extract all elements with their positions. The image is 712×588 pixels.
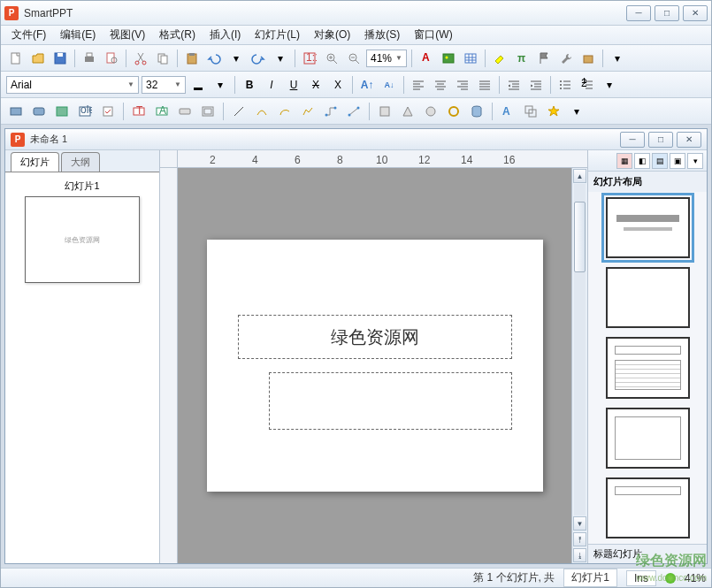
menu-view[interactable]: 视图(V) bbox=[104, 26, 150, 44]
curve-icon[interactable] bbox=[252, 102, 272, 121]
undo-icon[interactable] bbox=[204, 49, 224, 68]
shape-checkbox-icon[interactable] bbox=[98, 102, 118, 121]
connector2-icon[interactable] bbox=[344, 102, 364, 121]
title-placeholder[interactable]: 绿色资源网 bbox=[238, 315, 512, 359]
zoom-out-icon[interactable] bbox=[344, 49, 364, 68]
menu-play[interactable]: 播放(S) bbox=[359, 26, 405, 44]
layout-title-content[interactable] bbox=[606, 337, 690, 398]
cut-icon[interactable] bbox=[131, 49, 150, 68]
subtitle-placeholder[interactable] bbox=[269, 372, 512, 430]
slide[interactable]: 绿色资源网 bbox=[207, 240, 543, 492]
shape-ring-icon[interactable] bbox=[444, 102, 463, 121]
dropdown-more-icon[interactable]: ▾ bbox=[608, 49, 627, 68]
shape-label-icon[interactable]: A bbox=[152, 102, 172, 121]
doc-maximize-button[interactable]: □ bbox=[648, 132, 673, 148]
shape-dropdown-icon[interactable]: ▾ bbox=[567, 102, 586, 121]
font-color-dropdown-icon[interactable] bbox=[188, 75, 208, 95]
zoom-in-icon[interactable] bbox=[322, 49, 341, 68]
rp-tab-1[interactable]: ▦ bbox=[616, 153, 632, 169]
shadow-icon[interactable]: X bbox=[328, 75, 348, 95]
fontsize-combo[interactable]: 32▼ bbox=[142, 76, 186, 94]
text-color-icon[interactable]: A bbox=[417, 49, 436, 68]
zoom-fit-icon[interactable]: 1:1 bbox=[300, 49, 319, 68]
layout-5[interactable] bbox=[606, 477, 690, 538]
shape-cylinder-icon[interactable] bbox=[467, 102, 486, 121]
menu-window[interactable]: 窗口(W) bbox=[409, 26, 457, 44]
slide-thumbnail-1[interactable]: 绿色资源网 bbox=[25, 196, 140, 283]
shape-image-icon[interactable] bbox=[52, 102, 72, 121]
undo-dropdown-icon[interactable]: ▾ bbox=[226, 49, 246, 68]
redo-dropdown-icon[interactable]: ▾ bbox=[271, 49, 290, 68]
shape-rounded-icon[interactable] bbox=[29, 102, 49, 121]
paste-icon[interactable] bbox=[182, 49, 202, 68]
shape-frame-icon[interactable] bbox=[198, 102, 218, 121]
menu-insert[interactable]: 插入(I) bbox=[204, 26, 246, 44]
vertical-ruler[interactable] bbox=[160, 168, 178, 563]
open-icon[interactable] bbox=[28, 49, 48, 68]
insert-table-icon[interactable] bbox=[461, 49, 480, 68]
bullets-icon[interactable] bbox=[555, 75, 575, 95]
connector-icon[interactable] bbox=[321, 102, 341, 121]
close-button[interactable]: ✕ bbox=[683, 5, 708, 21]
pi-icon[interactable]: π bbox=[512, 49, 532, 68]
align-center-icon[interactable] bbox=[431, 75, 450, 95]
print-icon[interactable] bbox=[80, 49, 99, 68]
rp-tab-4[interactable]: ▣ bbox=[670, 153, 685, 169]
menu-slide[interactable]: 幻灯片(L) bbox=[249, 26, 305, 44]
strikethrough-icon[interactable]: X bbox=[306, 75, 325, 95]
group-icon[interactable] bbox=[521, 102, 540, 121]
new-icon[interactable] bbox=[6, 49, 26, 68]
menu-edit[interactable]: 编辑(E) bbox=[55, 26, 101, 44]
insert-image-icon[interactable] bbox=[439, 49, 458, 68]
freeform-icon[interactable] bbox=[298, 102, 318, 121]
doc-minimize-button[interactable]: ─ bbox=[620, 132, 645, 148]
shape-ole-icon[interactable]: ole bbox=[75, 102, 95, 121]
layout-content[interactable] bbox=[606, 408, 690, 469]
line-icon[interactable] bbox=[229, 102, 249, 121]
text-effect-icon[interactable]: A bbox=[498, 102, 517, 121]
scroll-up-icon[interactable]: ▲ bbox=[573, 169, 586, 183]
align-right-icon[interactable] bbox=[453, 75, 472, 95]
rp-tab-close[interactable]: ▾ bbox=[687, 153, 703, 169]
vertical-scrollbar[interactable]: ▲ ▼ ⭱ ⭳ bbox=[571, 168, 587, 563]
maximize-button[interactable]: □ bbox=[655, 5, 679, 21]
layout-title-slide[interactable] bbox=[606, 197, 690, 258]
scroll-down-icon[interactable]: ▼ bbox=[573, 516, 586, 531]
arc-icon[interactable] bbox=[275, 102, 295, 121]
underline-icon[interactable]: U bbox=[284, 75, 303, 95]
menu-object[interactable]: 对象(O) bbox=[309, 26, 356, 44]
shape-textbox-icon[interactable]: T bbox=[129, 102, 149, 121]
rp-tab-3[interactable]: ▤ bbox=[652, 153, 668, 169]
highlight-icon[interactable] bbox=[490, 49, 509, 68]
preview-icon[interactable] bbox=[102, 49, 121, 68]
align-justify-icon[interactable] bbox=[475, 75, 494, 95]
shape-button-icon[interactable] bbox=[175, 102, 195, 121]
rp-tab-2[interactable]: ◧ bbox=[634, 153, 650, 169]
tab-outline[interactable]: 大纲 bbox=[61, 152, 100, 172]
shape-rect-icon[interactable] bbox=[6, 102, 26, 121]
prev-slide-icon[interactable]: ⭱ bbox=[573, 532, 586, 546]
bold-icon[interactable]: B bbox=[240, 75, 259, 95]
zoom-combo[interactable]: 41%▼ bbox=[366, 50, 407, 67]
menu-format[interactable]: 格式(R) bbox=[154, 26, 201, 44]
copy-icon[interactable] bbox=[153, 49, 172, 68]
align-left-icon[interactable] bbox=[409, 75, 428, 95]
decrease-font-icon[interactable]: A↓ bbox=[379, 75, 399, 95]
dropdown-fmt-icon[interactable]: ▾ bbox=[600, 75, 619, 95]
font-color-arrow[interactable]: ▾ bbox=[211, 75, 230, 95]
font-combo[interactable]: Arial▼ bbox=[6, 76, 139, 94]
menu-file[interactable]: 文件(F) bbox=[6, 26, 51, 44]
increase-font-icon[interactable]: A↑ bbox=[357, 75, 377, 95]
wrench-icon[interactable] bbox=[556, 49, 576, 68]
doc-close-button[interactable]: ✕ bbox=[677, 132, 701, 148]
horizontal-ruler[interactable]: 2 4 6 8 10 12 14 16 bbox=[178, 150, 571, 168]
minimize-button[interactable]: ─ bbox=[626, 5, 651, 21]
slide-canvas[interactable]: 绿色资源网 bbox=[178, 168, 571, 563]
redo-icon[interactable] bbox=[249, 49, 268, 68]
indent-increase-icon[interactable] bbox=[526, 75, 546, 95]
shape-box-icon[interactable] bbox=[375, 102, 394, 121]
indent-decrease-icon[interactable] bbox=[504, 75, 524, 95]
save-icon[interactable] bbox=[50, 49, 70, 68]
star-icon[interactable] bbox=[544, 102, 563, 121]
layout-blank[interactable] bbox=[606, 267, 690, 328]
